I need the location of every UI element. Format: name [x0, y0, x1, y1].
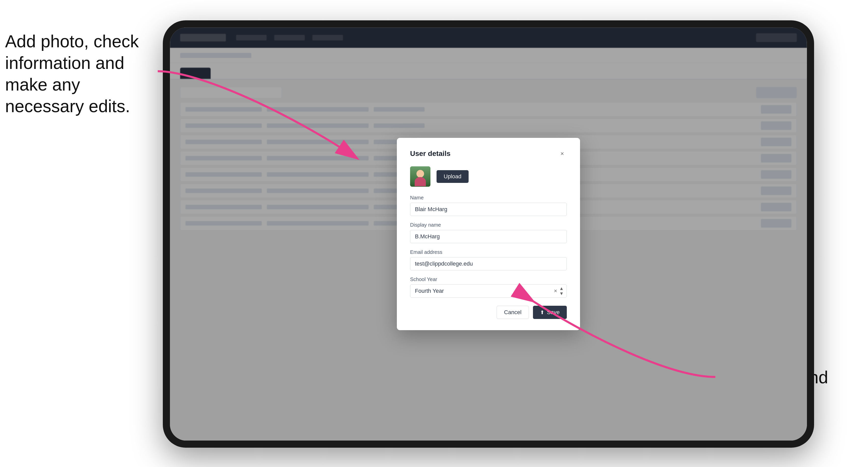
- email-form-group: Email address: [410, 249, 567, 270]
- modal-title: User details: [410, 150, 451, 158]
- display-name-label: Display name: [410, 222, 567, 228]
- modal-close-button[interactable]: ×: [558, 149, 567, 158]
- arrow-right: [517, 285, 720, 388]
- email-label: Email address: [410, 249, 567, 255]
- modal-title-row: User details ×: [410, 149, 567, 158]
- display-name-form-group: Display name: [410, 222, 567, 243]
- photo-section: Upload: [410, 166, 567, 187]
- upload-photo-button[interactable]: Upload: [437, 170, 469, 183]
- arrow-left: [148, 61, 376, 169]
- name-label: Name: [410, 195, 567, 201]
- name-input[interactable]: [410, 203, 567, 216]
- profile-photo-thumbnail: [410, 166, 430, 187]
- email-input[interactable]: [410, 257, 567, 270]
- annotation-left: Add photo, check information and make an…: [5, 31, 148, 117]
- display-name-input[interactable]: [410, 230, 567, 243]
- school-year-label: School Year: [410, 277, 567, 282]
- name-form-group: Name: [410, 195, 567, 216]
- person-photo: [410, 166, 430, 187]
